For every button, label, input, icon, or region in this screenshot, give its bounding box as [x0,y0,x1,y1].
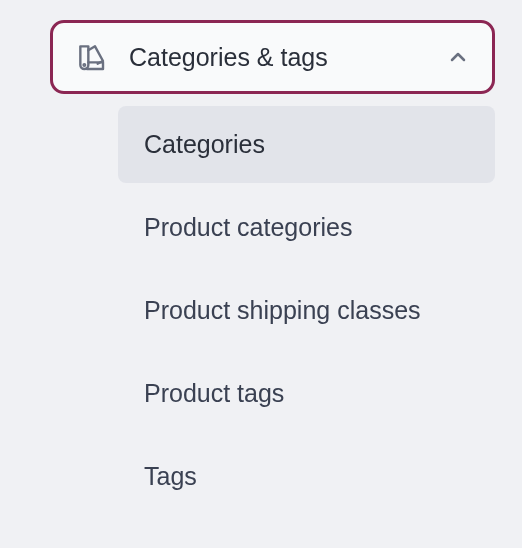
submenu-item-label: Categories [144,130,265,158]
submenu-item-tags[interactable]: Tags [118,438,495,515]
submenu-item-product-categories[interactable]: Product categories [118,189,495,266]
submenu-item-label: Product tags [144,379,284,407]
menu-header-categories-tags[interactable]: Categories & tags [50,20,495,94]
swatch-icon [75,41,107,73]
submenu-item-label: Product categories [144,213,352,241]
submenu-item-label: Product shipping classes [144,296,421,324]
submenu: Categories Product categories Product sh… [50,106,495,515]
svg-point-0 [84,64,86,66]
submenu-item-product-shipping-classes[interactable]: Product shipping classes [118,272,495,349]
chevron-up-icon [446,45,470,69]
menu-header-label: Categories & tags [129,43,446,72]
submenu-item-label: Tags [144,462,197,490]
submenu-item-categories[interactable]: Categories [118,106,495,183]
submenu-item-product-tags[interactable]: Product tags [118,355,495,432]
